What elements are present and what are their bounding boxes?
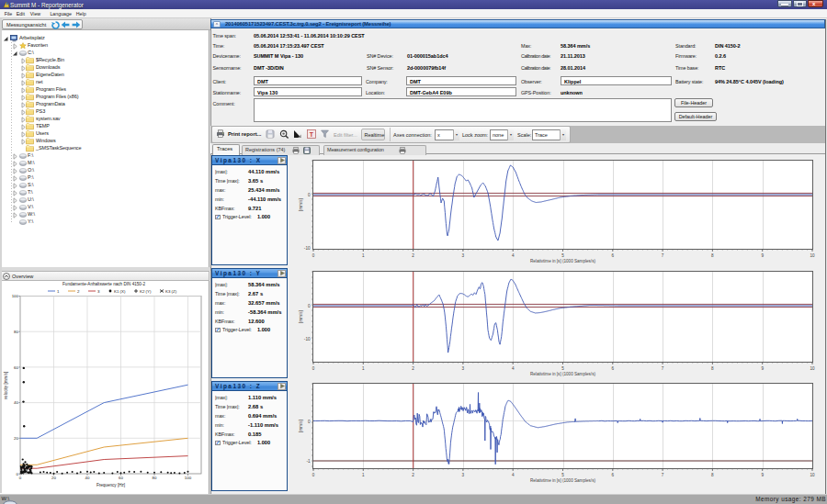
- svg-text:2: 2: [412, 473, 414, 477]
- svg-text:Fundamente-Anhaltswerte nach D: Fundamente-Anhaltswerte nach DIN 4150-2: [62, 282, 145, 286]
- svg-text:80: 80: [153, 476, 157, 480]
- svg-text:2: 2: [77, 289, 80, 294]
- svg-text:K1 (X): K1 (X): [114, 289, 126, 294]
- svg-text:-10: -10: [304, 337, 311, 342]
- svg-text:0: 0: [312, 473, 315, 477]
- svg-text:60: 60: [14, 365, 18, 370]
- svg-text:3: 3: [97, 289, 100, 294]
- svg-text:-10: -10: [304, 246, 311, 251]
- svg-text:T: T: [310, 131, 314, 138]
- svg-text:1: 1: [57, 289, 60, 294]
- svg-text:100: 100: [185, 476, 192, 480]
- svg-text:10: 10: [810, 473, 815, 477]
- svg-text:9: 9: [761, 473, 764, 477]
- svg-text:-1: -1: [306, 459, 311, 464]
- svg-text:10: 10: [810, 366, 815, 371]
- svg-text:0: 0: [19, 476, 22, 480]
- svg-text:1: 1: [362, 253, 365, 258]
- svg-text:4: 4: [512, 473, 515, 477]
- svg-text:20: 20: [51, 476, 56, 480]
- svg-text:7: 7: [662, 473, 664, 477]
- svg-text:[mm/s]: [mm/s]: [299, 198, 303, 211]
- svg-text:K3 (Z): K3 (Z): [165, 289, 177, 294]
- svg-text:40: 40: [85, 476, 90, 480]
- svg-text:60: 60: [119, 476, 123, 480]
- svg-text:3: 3: [462, 366, 465, 371]
- svg-text:0: 0: [312, 253, 315, 258]
- svg-text:0: 0: [308, 304, 311, 308]
- svg-text:1: 1: [362, 473, 365, 477]
- svg-text:6: 6: [612, 366, 615, 371]
- svg-text:Relativtime in [s] (1000 Sampl: Relativtime in [s] (1000 Samples/s): [530, 259, 595, 263]
- svg-text:Relativtime in [s] (1000 Sampl: Relativtime in [s] (1000 Samples/s): [530, 372, 595, 376]
- svg-text:4: 4: [512, 366, 515, 371]
- svg-text:7: 7: [662, 253, 664, 258]
- svg-text:5: 5: [561, 473, 564, 477]
- svg-text:5: 5: [561, 366, 564, 371]
- svg-text:40: 40: [14, 400, 18, 405]
- svg-text:20: 20: [14, 436, 18, 441]
- svg-text:80: 80: [14, 330, 18, 334]
- svg-text:9: 9: [761, 366, 764, 371]
- svg-text:4: 4: [512, 253, 515, 258]
- svg-text:1: 1: [362, 366, 365, 371]
- svg-text:3: 3: [462, 253, 465, 258]
- svg-text:10: 10: [810, 253, 815, 258]
- svg-text:100: 100: [12, 294, 19, 298]
- svg-text:K2 (Y): K2 (Y): [140, 289, 152, 294]
- svg-text:2: 2: [412, 253, 414, 258]
- svg-text:9: 9: [761, 253, 764, 258]
- svg-text:5: 5: [561, 253, 564, 258]
- svg-text:Frequency [Hz]: Frequency [Hz]: [96, 483, 125, 487]
- svg-text:0: 0: [308, 420, 311, 424]
- svg-text:[mm/s]: [mm/s]: [299, 310, 303, 323]
- svg-text:Relativtime in [s] (1000 Sampl: Relativtime in [s] (1000 Samples/s): [530, 478, 595, 483]
- svg-text:7: 7: [662, 366, 664, 371]
- svg-text:0: 0: [312, 366, 315, 371]
- svg-text:velocity [mm/s]: velocity [mm/s]: [4, 372, 8, 399]
- svg-text:3: 3: [462, 473, 465, 477]
- svg-text:6: 6: [612, 473, 615, 477]
- svg-text:8: 8: [711, 473, 714, 477]
- svg-text:6: 6: [612, 253, 615, 258]
- svg-text:8: 8: [711, 253, 714, 258]
- svg-text:8: 8: [711, 366, 714, 371]
- svg-text:[mm/s]: [mm/s]: [299, 420, 303, 432]
- svg-text:2: 2: [412, 366, 414, 371]
- svg-text:0: 0: [308, 193, 311, 197]
